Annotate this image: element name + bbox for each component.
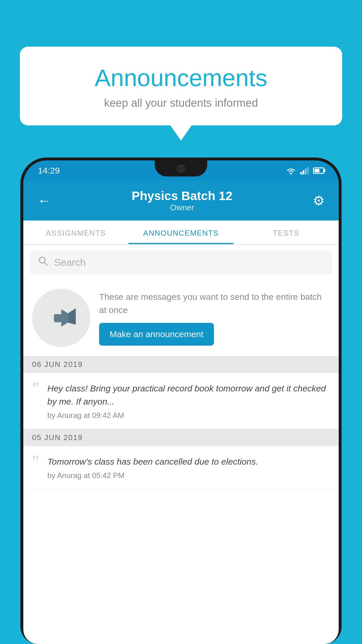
svg-rect-4 bbox=[307, 167, 309, 174]
promo-right: These are messages you want to send to t… bbox=[99, 290, 330, 346]
promo-block: These are messages you want to send to t… bbox=[23, 280, 339, 356]
tab-tests[interactable]: TESTS bbox=[233, 220, 339, 244]
phone-notch bbox=[155, 160, 207, 176]
announcement-text-1: Hey class! Bring your practical record b… bbox=[48, 382, 330, 408]
app-bar-title-group: Physics Batch 12 Owner bbox=[60, 189, 304, 212]
settings-button[interactable]: ⚙ bbox=[313, 193, 325, 209]
app-bar-subtitle: Owner bbox=[60, 203, 304, 212]
date-header-2: 05 JUN 2019 bbox=[23, 429, 339, 446]
tab-assignments[interactable]: ASSIGNMENTS bbox=[23, 220, 129, 244]
svg-line-6 bbox=[44, 262, 48, 265]
date-text-1: 06 JUN 2019 bbox=[32, 360, 83, 369]
phone-frame: 14:29 bbox=[20, 158, 342, 644]
svg-rect-1 bbox=[300, 172, 302, 174]
date-text-2: 05 JUN 2019 bbox=[32, 433, 83, 442]
make-announcement-button[interactable]: Make an announcement bbox=[99, 323, 214, 346]
svg-rect-2 bbox=[303, 170, 304, 174]
quote-icon-1: " bbox=[32, 379, 39, 397]
announcement-item-1[interactable]: " Hey class! Bring your practical record… bbox=[23, 373, 339, 429]
app-bar: ← Physics Batch 12 Owner ⚙ bbox=[23, 181, 339, 220]
announcement-meta-1: by Anurag at 09:42 AM bbox=[48, 411, 330, 420]
announcement-item-2[interactable]: " Tomorrow's class has been cancelled du… bbox=[23, 446, 339, 489]
status-time: 14:29 bbox=[38, 166, 60, 176]
promo-text: These are messages you want to send to t… bbox=[99, 290, 330, 316]
status-icons bbox=[286, 167, 324, 175]
tab-announcements[interactable]: ANNOUNCEMENTS bbox=[129, 220, 234, 244]
wifi-icon bbox=[286, 167, 296, 175]
phone-inner: 14:29 bbox=[23, 160, 339, 644]
search-container: Search bbox=[23, 245, 339, 280]
speech-bubble: Announcements keep all your students inf… bbox=[20, 47, 342, 125]
svg-rect-9 bbox=[54, 314, 61, 322]
search-icon bbox=[38, 256, 48, 269]
svg-point-0 bbox=[290, 173, 292, 174]
svg-rect-3 bbox=[305, 169, 307, 174]
announcement-meta-2: by Anurag at 05:42 PM bbox=[48, 471, 330, 480]
megaphone-circle bbox=[32, 289, 90, 347]
search-placeholder: Search bbox=[54, 257, 86, 268]
svg-marker-7 bbox=[61, 309, 68, 327]
announcement-text-2: Tomorrow's class has been cancelled due … bbox=[48, 455, 330, 468]
quote-icon-2: " bbox=[32, 453, 39, 470]
date-header-1: 06 JUN 2019 bbox=[23, 356, 339, 373]
camera bbox=[177, 164, 185, 173]
app-content: ← Physics Batch 12 Owner ⚙ ASSIGNMENTS A… bbox=[23, 181, 339, 644]
bubble-subtitle: keep all your students informed bbox=[43, 97, 319, 109]
announcement-content-2: Tomorrow's class has been cancelled due … bbox=[48, 455, 330, 480]
back-button[interactable]: ← bbox=[37, 194, 51, 208]
bubble-title: Announcements bbox=[43, 64, 319, 92]
megaphone-icon bbox=[45, 302, 77, 334]
announcement-content-1: Hey class! Bring your practical record b… bbox=[48, 382, 330, 420]
tabs-bar: ASSIGNMENTS ANNOUNCEMENTS TESTS bbox=[23, 220, 339, 245]
app-bar-title: Physics Batch 12 bbox=[60, 189, 304, 203]
signal-icon bbox=[300, 167, 309, 174]
battery-icon bbox=[313, 167, 324, 174]
search-box[interactable]: Search bbox=[30, 251, 332, 274]
speech-bubble-section: Announcements keep all your students inf… bbox=[20, 47, 342, 125]
